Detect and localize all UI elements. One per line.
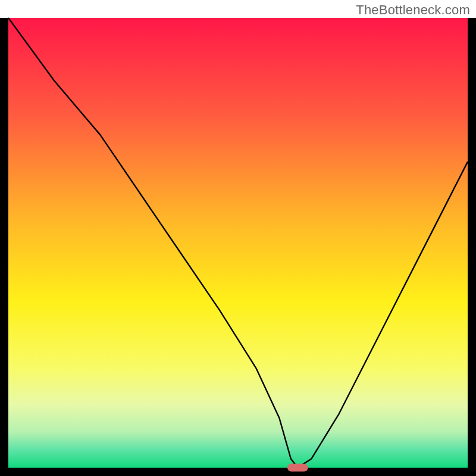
plot-background [8,18,468,468]
optimal-marker [287,464,308,472]
watermark-text: TheBottleneck.com [356,2,470,18]
bottleneck-chart [0,0,476,476]
chart-container: TheBottleneck.com [0,0,476,476]
